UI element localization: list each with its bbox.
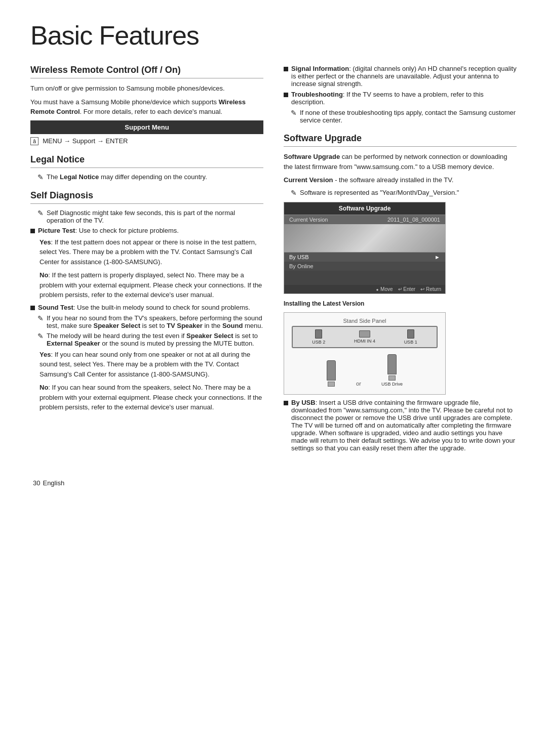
legal-note: ✎ The Legal Notice may differ depending … <box>30 173 263 181</box>
pencil-icon-5: ✎ <box>291 109 297 117</box>
usb-connector-right <box>388 375 396 381</box>
current-version-text: Current Version - the software already i… <box>284 175 517 185</box>
pencil-icon: ✎ <box>37 173 44 181</box>
sw-nav-bar: ⬥ Move ↵ Enter ↩ Return <box>284 285 445 293</box>
picture-test-no: No: If the test pattern is properly disp… <box>30 270 263 300</box>
menu-path-text: MENU → Support → ENTER <box>43 137 128 145</box>
software-section-title: Software Upgrade <box>284 133 517 147</box>
wireless-para1: Turn on/off or give permission to Samsun… <box>30 83 263 94</box>
wireless-para2-text: You must have a Samsung Mobile phone/dev… <box>30 98 219 106</box>
usb2-port <box>315 329 322 339</box>
sound-test-no: No: If you can hear sound from the speak… <box>30 383 263 412</box>
picture-test-bullet: Picture Test: Use to check for picture p… <box>30 227 263 234</box>
tv-port-usb2: USB 2 <box>312 329 325 345</box>
software-note1-text: Software is represented as "Year/Month/D… <box>300 189 459 196</box>
sw-upgrade-image-area <box>284 224 445 252</box>
support-menu-label: Support Menu <box>125 123 169 131</box>
sound-note3-text: The melody will be heard during the test… <box>47 332 263 347</box>
usb1-port <box>407 329 414 339</box>
usb-drive-body-left <box>327 360 336 381</box>
sw-by-usb-row: By USB ► <box>284 252 445 262</box>
sound-note2-text: If you hear no sound from the TV's speak… <box>47 314 263 329</box>
sw-current-row: Current Version 2011_01_08_000001 <box>284 215 445 224</box>
square-bullet-3 <box>284 67 288 71</box>
right-column: Signal Information: (digital channels on… <box>284 65 517 455</box>
wireless-para2-rest: . For more details, refer to each device… <box>80 108 222 115</box>
legal-note-text: The Legal Notice may differ depending on… <box>47 173 207 181</box>
software-para1: Software Upgrade can be performed by net… <box>284 152 517 172</box>
page-title: Basic Features <box>30 20 517 51</box>
square-bullet-4 <box>284 93 288 97</box>
page-number-block: 30English <box>30 475 517 488</box>
pencil-icon-4: ✎ <box>37 332 44 340</box>
menu-path: â MENU → Support → ENTER <box>30 137 263 145</box>
wireless-para2: You must have a Samsung Mobile phone/dev… <box>30 97 263 117</box>
sound-test-yes: Yes: If you can hear sound only from one… <box>30 350 263 380</box>
troubleshooting-text: Troubleshooting: If the TV seems to have… <box>291 91 517 106</box>
picture-test-yes: Yes: If the test pattern does not appear… <box>30 237 263 267</box>
square-bullet-1 <box>30 229 35 233</box>
square-bullet-2 <box>30 306 35 310</box>
support-menu-box: Support Menu <box>30 120 263 134</box>
legal-section-title: Legal Notice <box>30 154 263 168</box>
signal-info-bullet: Signal Information: (digital channels on… <box>284 65 517 88</box>
usb-drive-right: USB Drive <box>381 354 403 387</box>
by-usb-text: By USB: Insert a USB drive containing th… <box>291 399 517 452</box>
usb-drive-left <box>327 360 336 387</box>
sw-by-online-row: By Online <box>284 262 445 271</box>
usb-connector-left <box>328 382 335 387</box>
self-diagnosis-note1: ✎ Self Diagnostic might take few seconds… <box>30 209 263 224</box>
signal-info-text: Signal Information: (digital channels on… <box>291 65 517 88</box>
sound-test-text: Sound Test: Use the built-in melody soun… <box>38 304 250 311</box>
sw-placeholder-row <box>284 271 445 285</box>
pencil-icon-3: ✎ <box>37 314 44 322</box>
menu-icon: â <box>30 137 38 145</box>
sw-upgrade-header: Software Upgrade <box>284 202 445 215</box>
usb-drives-row: or USB Drive <box>292 354 438 387</box>
tv-port-hdmi: HDMI IN 4 <box>354 330 375 344</box>
stand-panel-label: Stand Side Panel <box>292 318 438 324</box>
tv-panel: USB 2 HDMI IN 4 USB 1 <box>292 326 438 348</box>
or-text: or <box>356 381 361 387</box>
pencil-icon-6: ✎ <box>291 189 297 197</box>
page-number: 30 <box>33 479 40 487</box>
wireless-section-title: Wireless Remote Control (Off / On) <box>30 65 263 78</box>
usb-diagram: Stand Side Panel USB 2 HDMI IN 4 USB 1 <box>284 312 446 395</box>
left-column: Wireless Remote Control (Off / On) Turn … <box>30 65 263 455</box>
sound-test-note3: ✎ The melody will be heard during the te… <box>30 332 263 347</box>
tv-port-usb1: USB 1 <box>404 329 417 345</box>
square-bullet-5 <box>284 401 288 405</box>
sound-test-note2: ✎ If you hear no sound from the TV's spe… <box>30 314 263 329</box>
installing-title: Installing the Latest Version <box>284 299 517 308</box>
pencil-icon-2: ✎ <box>37 209 44 217</box>
troubleshooting-bullet: Troubleshooting: If the TV seems to have… <box>284 91 517 106</box>
by-usb-bullet: By USB: Insert a USB drive containing th… <box>284 399 517 452</box>
troubleshooting-note-text: If none of these troubleshooting tips ap… <box>300 109 517 124</box>
hdmi-port <box>359 330 370 338</box>
troubleshooting-note: ✎ If none of these troubleshooting tips … <box>284 109 517 124</box>
sound-test-bullet: Sound Test: Use the built-in melody soun… <box>30 304 263 311</box>
self-diagnosis-note1-text: Self Diagnostic might take few seconds, … <box>47 209 263 224</box>
software-note1: ✎ Software is represented as "Year/Month… <box>284 189 517 197</box>
self-diagnosis-title: Self Diagnosis <box>30 190 263 204</box>
software-upgrade-box: Software Upgrade Current Version 2011_01… <box>284 202 446 294</box>
usb-drive-body-right <box>387 354 397 374</box>
picture-test-text: Picture Test: Use to check for picture p… <box>38 227 179 234</box>
page-label: English <box>43 479 64 487</box>
